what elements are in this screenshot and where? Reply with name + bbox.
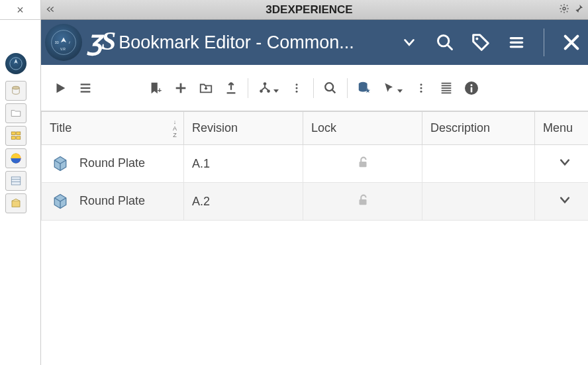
cell-title: Round Plate	[79, 156, 145, 170]
header-divider	[544, 28, 544, 56]
svg-point-38	[325, 83, 333, 91]
svg-text:i: i	[69, 40, 70, 44]
row-menu-chevron-icon[interactable]	[558, 158, 571, 172]
svg-rect-53	[359, 162, 366, 167]
ds-logo-icon: ʒS	[87, 25, 119, 60]
svg-rect-6	[17, 136, 21, 140]
toolbar-separator	[347, 78, 348, 98]
bookmark-add-button[interactable]: +	[146, 78, 166, 98]
sidebar-close-button[interactable]: ×	[0, 0, 40, 20]
sort-indicator-icon: ↓AZ	[173, 119, 177, 138]
settings-gear-icon[interactable]	[559, 3, 569, 16]
list-view-button[interactable]	[75, 78, 95, 98]
svg-point-19	[475, 37, 478, 40]
app-title: Bookmark Editor - Common...	[119, 32, 399, 53]
more-vertical-icon-2[interactable]	[411, 78, 431, 98]
svg-rect-52	[471, 87, 473, 92]
table-row[interactable]: Round Plate A.1	[42, 145, 589, 183]
svg-rect-3	[11, 132, 15, 135]
toolbar: +	[41, 65, 588, 111]
column-header-label: Title	[50, 121, 72, 134]
sidebar-item-layout[interactable]	[5, 126, 26, 146]
column-header-description[interactable]: Description	[422, 112, 535, 145]
svg-point-35	[296, 83, 298, 85]
column-header-revision[interactable]: Revision	[184, 112, 303, 145]
search-icon[interactable]	[435, 32, 455, 52]
column-header-title[interactable]: Title ↓AZ	[42, 112, 184, 145]
unlock-icon[interactable]	[356, 197, 370, 210]
compass-mini-icon[interactable]	[5, 53, 26, 74]
cell-revision: A.2	[184, 183, 303, 221]
search-toolbar-button[interactable]	[320, 78, 340, 98]
row-menu-chevron-icon[interactable]	[558, 196, 571, 209]
play-button[interactable]	[50, 78, 70, 98]
info-icon[interactable]	[462, 78, 481, 98]
dense-list-button[interactable]	[436, 78, 456, 98]
sidebar-item-folder[interactable]	[5, 103, 26, 123]
svg-rect-10	[12, 201, 20, 207]
svg-point-43	[420, 87, 422, 89]
svg-text:+: +	[158, 86, 162, 94]
svg-point-32	[264, 82, 267, 85]
svg-point-37	[296, 90, 298, 92]
left-sidebar: ×	[0, 0, 41, 365]
svg-point-2	[13, 86, 20, 89]
upload-button[interactable]	[221, 78, 241, 98]
close-icon[interactable]	[562, 32, 581, 52]
svg-rect-54	[359, 199, 366, 205]
tag-icon[interactable]	[471, 32, 491, 52]
database-star-button[interactable]	[354, 78, 374, 98]
svg-line-39	[332, 89, 336, 93]
cell-revision: A.1	[184, 145, 303, 183]
title-dropdown-chevron-icon[interactable]	[399, 32, 419, 52]
svg-point-11	[563, 7, 565, 10]
download-folder-button[interactable]	[196, 78, 216, 98]
svg-point-51	[471, 84, 473, 86]
svg-text:3D: 3D	[55, 40, 60, 44]
part-icon	[51, 154, 70, 173]
sidebar-item-color-wheel[interactable]	[5, 148, 26, 168]
column-header-menu[interactable]: Menu	[535, 112, 589, 145]
part-icon	[51, 192, 70, 211]
sidebar-item-list[interactable]	[5, 171, 26, 191]
collapse-chevron-icon[interactable]	[41, 5, 60, 15]
svg-marker-25	[57, 83, 66, 93]
svg-marker-1	[14, 59, 18, 64]
menu-icon[interactable]	[507, 32, 526, 52]
cursor-dropdown[interactable]	[379, 81, 406, 95]
compass-icon[interactable]: 3D i V.R	[45, 24, 82, 61]
content-table: Title ↓AZ Revision Lock Description Menu…	[41, 111, 588, 365]
table-row[interactable]: Round Plate A.2	[42, 183, 589, 221]
cell-description	[422, 145, 535, 183]
svg-point-44	[420, 90, 422, 92]
sidebar-item-package[interactable]	[5, 193, 26, 213]
app-header: 3D i V.R ʒS Bookmark Editor - Common...	[41, 20, 588, 65]
svg-marker-15	[61, 38, 66, 43]
sidebar-item-cylinder[interactable]	[5, 81, 26, 101]
unlock-icon[interactable]	[356, 159, 370, 172]
more-vertical-icon[interactable]	[287, 78, 307, 98]
window-title: 3DEXPERIENCE	[60, 3, 559, 17]
svg-rect-4	[17, 132, 21, 135]
column-header-lock[interactable]: Lock	[303, 112, 422, 145]
svg-line-18	[448, 45, 452, 50]
svg-rect-5	[11, 136, 15, 140]
window-title-bar: 3DEXPERIENCE	[41, 0, 588, 20]
cell-title: Round Plate	[79, 194, 145, 207]
svg-text:V.R: V.R	[60, 47, 66, 51]
cell-description	[422, 183, 535, 221]
svg-point-42	[420, 83, 422, 85]
toolbar-separator	[313, 78, 314, 98]
svg-point-36	[296, 87, 298, 89]
svg-rect-7	[11, 177, 21, 185]
toolbar-separator	[248, 78, 248, 98]
hierarchy-dropdown[interactable]	[255, 81, 281, 95]
pin-icon[interactable]	[573, 3, 584, 16]
add-button[interactable]	[171, 78, 191, 98]
